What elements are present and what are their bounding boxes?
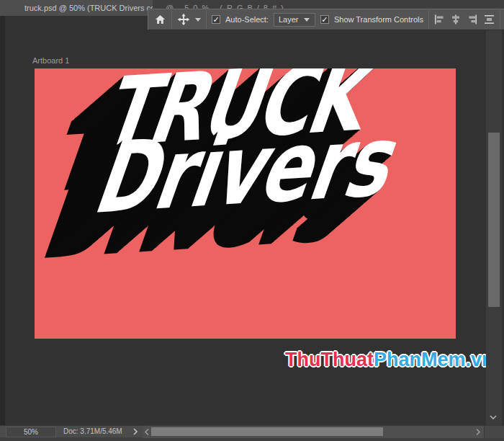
scroll-down-arrow-icon[interactable] — [489, 414, 498, 420]
show-transform-checkbox[interactable]: ✓ — [320, 15, 329, 24]
align-buttons-group — [434, 14, 495, 24]
watermark-part-red: ThuThuat — [285, 349, 374, 370]
vertical-scrollbar-thumb[interactable] — [488, 133, 500, 307]
align-left-icon[interactable] — [434, 14, 444, 24]
document-size-status: Doc: 3.71M/5.46M — [58, 427, 143, 437]
artboard-label[interactable]: Artboard 1 — [32, 56, 69, 65]
scroll-right-arrow-icon[interactable] — [475, 428, 481, 436]
options-separator — [500, 10, 500, 29]
dropdown-chevron-icon — [304, 18, 310, 22]
options-separator — [428, 10, 429, 29]
photoshop-window: truck.psd @ 50% (TRUCK Drivers copy 8, R… — [0, 0, 504, 441]
tool-options-chevron-icon[interactable] — [195, 18, 201, 22]
auto-select-label: Auto-Select: — [225, 15, 269, 24]
auto-select-target-value: Layer — [279, 15, 299, 24]
home-icon[interactable] — [154, 14, 166, 25]
artboard[interactable]: TRUCK Drivers — [35, 68, 456, 339]
scroll-left-arrow-icon[interactable] — [144, 428, 150, 436]
watermark: ThuThuatPhanMem.vn — [285, 349, 494, 371]
options-separator — [206, 10, 207, 29]
status-bar: 50% Doc: 3.71M/5.46M — [0, 425, 504, 437]
canvas-area: Artboard 1 TRUCK Drivers ThuThuatPhanMem… — [0, 16, 504, 425]
horizontal-scrollbar[interactable] — [143, 426, 484, 438]
options-separator — [171, 10, 172, 29]
auto-select-checkbox[interactable]: ✓ — [212, 15, 220, 24]
window-left-edge — [0, 16, 5, 425]
scrollbar-corner — [484, 426, 504, 438]
tool-options-bar: ✓ Auto-Select: Layer ✓ Show Transform Co… — [148, 9, 504, 30]
align-horizontal-centers-icon[interactable] — [451, 14, 461, 24]
status-menu-chevron-icon[interactable] — [132, 427, 138, 436]
distribute-vertical-icon[interactable] — [484, 14, 495, 24]
auto-select-target-dropdown[interactable]: Layer — [274, 13, 315, 27]
align-right-icon[interactable] — [467, 14, 477, 24]
artboard-text-line2: Drivers — [88, 112, 397, 228]
move-tool-icon[interactable] — [177, 13, 190, 26]
horizontal-scrollbar-thumb[interactable] — [151, 427, 383, 436]
show-transform-label: Show Transform Controls — [334, 15, 423, 24]
vertical-scrollbar[interactable] — [486, 16, 502, 425]
zoom-level-field[interactable]: 50% — [6, 427, 56, 437]
document-tab[interactable]: truck.psd @ 50% (TRUCK Drivers copy 8, R… — [0, 0, 153, 16]
watermark-part-blue: PhanMem — [374, 349, 466, 370]
